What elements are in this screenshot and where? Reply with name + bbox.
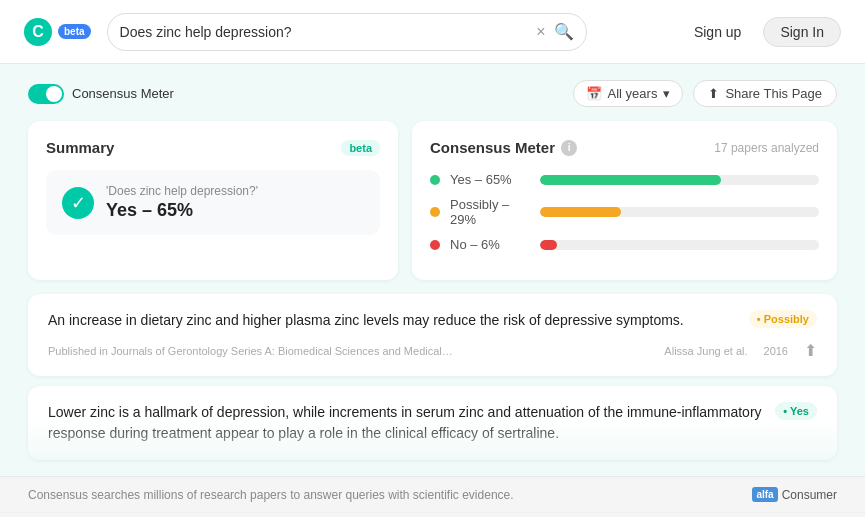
signup-button[interactable]: Sign up (682, 18, 753, 46)
meter-row-no: No – 6% (430, 237, 819, 252)
meter-row-yes: Yes – 65% (430, 172, 819, 187)
navbar: C beta × 🔍 Sign up Sign In (0, 0, 865, 64)
meter-header: Consensus Meter i 17 papers analyzed (430, 139, 819, 156)
yes-bar-fill (540, 175, 721, 185)
meter-card: Consensus Meter i 17 papers analyzed Yes… (412, 121, 837, 280)
footer: Consensus searches millions of research … (0, 476, 865, 512)
result-text-1: An increase in dietary zinc and higher p… (48, 310, 737, 331)
search-input[interactable] (120, 24, 529, 40)
summary-text: 'Does zinc help depression?' Yes – 65% (106, 184, 258, 221)
footer-consumer-label: Consumer (782, 488, 837, 502)
result-journal-1: Published in Journals of Gerontology Ser… (48, 345, 648, 357)
calendar-icon: 📅 (586, 86, 602, 101)
possibly-label: Possibly – 29% (450, 197, 530, 227)
footer-disclaimer: Consensus searches millions of research … (28, 488, 514, 502)
nav-right: Sign up Sign In (682, 17, 841, 47)
top-controls: Consensus Meter 📅 All years ▾ ⬆ Share Th… (28, 80, 837, 107)
result-text-2: Lower zinc is a hallmark of depression, … (48, 402, 763, 444)
toggle-label-row: Consensus Meter (28, 84, 174, 104)
share-icon: ⬆ (708, 86, 719, 101)
cards-row: Summary beta ✓ 'Does zinc help depressio… (28, 121, 837, 280)
year-filter-button[interactable]: 📅 All years ▾ (573, 80, 684, 107)
no-bar-bg (540, 240, 819, 250)
main-content: Consensus Meter 📅 All years ▾ ⬆ Share Th… (0, 64, 865, 476)
beta-badge: beta (58, 24, 91, 39)
result-item-1: An increase in dietary zinc and higher p… (28, 294, 837, 376)
possibly-bar-fill (540, 207, 621, 217)
summary-title: Summary (46, 139, 114, 156)
result-item-2: Lower zinc is a hallmark of depression, … (28, 386, 837, 460)
result-year-1: 2016 (764, 345, 788, 357)
info-icon[interactable]: i (561, 140, 577, 156)
summary-content: ✓ 'Does zinc help depression?' Yes – 65% (46, 170, 380, 235)
result-badge-1: • Possibly (749, 310, 817, 328)
summary-answer: Yes – 65% (106, 200, 258, 221)
possibly-dot (430, 207, 440, 217)
yes-bar-bg (540, 175, 819, 185)
share-page-button[interactable]: ⬆ Share This Page (693, 80, 837, 107)
yes-label: Yes – 65% (450, 172, 530, 187)
search-button[interactable]: 🔍 (554, 22, 574, 41)
check-icon: ✓ (62, 187, 94, 219)
footer-logo: alfa Consumer (752, 487, 837, 502)
chevron-down-icon: ▾ (663, 86, 670, 101)
result-top-1: An increase in dietary zinc and higher p… (48, 310, 817, 331)
search-bar[interactable]: × 🔍 (107, 13, 587, 51)
result-author-1: Alissa Jung et al. (664, 345, 747, 357)
result-badge-2: • Yes (775, 402, 817, 420)
source-bar: Source: Consensus.app (0, 512, 865, 517)
year-filter-label: All years (608, 86, 658, 101)
meter-title-row: Consensus Meter i (430, 139, 577, 156)
footer-logo-icon: alfa (752, 487, 777, 502)
share-label: Share This Page (725, 86, 822, 101)
possibly-bar-bg (540, 207, 819, 217)
meter-row-possibly: Possibly – 29% (430, 197, 819, 227)
no-dot (430, 240, 440, 250)
right-controls: 📅 All years ▾ ⬆ Share This Page (573, 80, 837, 107)
result-meta-1: Published in Journals of Gerontology Ser… (48, 341, 817, 360)
yes-dot (430, 175, 440, 185)
no-label: No – 6% (450, 237, 530, 252)
meter-title: Consensus Meter (430, 139, 555, 156)
summary-beta-badge: beta (341, 140, 380, 156)
logo-area: C beta (24, 18, 91, 46)
papers-count: 17 papers analyzed (714, 141, 819, 155)
no-bar-fill (540, 240, 557, 250)
result-share-button-1[interactable]: ⬆ (804, 341, 817, 360)
result-top-2: Lower zinc is a hallmark of depression, … (48, 402, 817, 444)
consensus-toggle[interactable] (28, 84, 64, 104)
summary-card: Summary beta ✓ 'Does zinc help depressio… (28, 121, 398, 280)
summary-header: Summary beta (46, 139, 380, 156)
signin-button[interactable]: Sign In (763, 17, 841, 47)
summary-question: 'Does zinc help depression?' (106, 184, 258, 198)
logo-icon: C (24, 18, 52, 46)
clear-button[interactable]: × (536, 24, 545, 40)
toggle-label: Consensus Meter (72, 86, 174, 101)
